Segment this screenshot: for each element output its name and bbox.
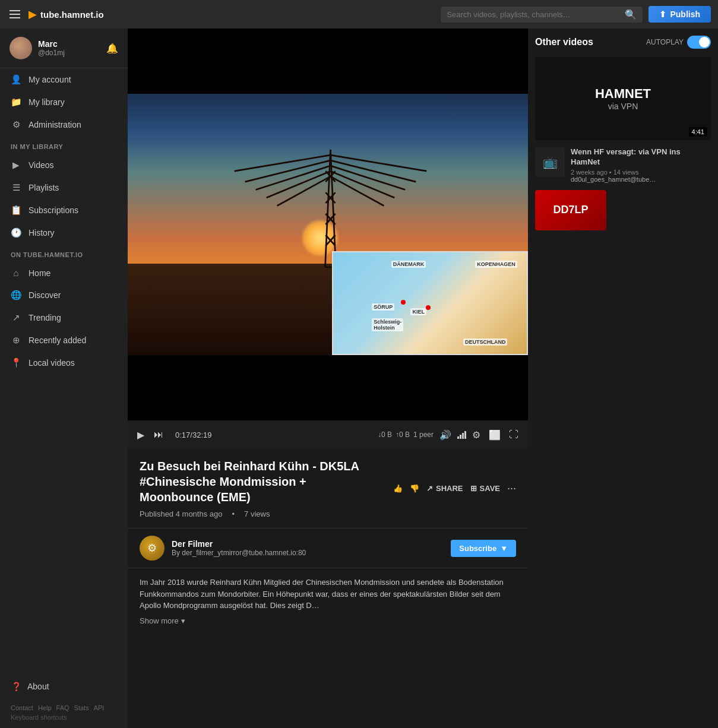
local-videos-icon: 📍 <box>11 357 21 368</box>
avatar[interactable] <box>10 37 32 59</box>
volume-bar-4 <box>464 431 466 439</box>
search-input[interactable] <box>447 10 620 19</box>
sidebar-item-my-library[interactable]: 📁 My library <box>0 91 128 113</box>
thumbs-down-icon: 👎 <box>410 484 419 493</box>
footer-contact[interactable]: Contact <box>11 704 33 711</box>
sidebar-item-my-account[interactable]: 👤 My account <box>0 68 128 91</box>
autoplay-toggle: AUTOPLAY <box>646 36 711 49</box>
footer-help[interactable]: Help <box>38 704 52 711</box>
channel-row: ⚙ Der Filmer By der_filmer_ytmirror@tube… <box>128 528 528 568</box>
settings-icon: ⚙ <box>11 119 21 130</box>
other-videos-panel: Other videos AUTOPLAY HAMNET via VPN 4:4… <box>528 29 718 728</box>
volume-bar-3 <box>462 433 464 439</box>
sidebar-item-trending[interactable]: ↗ Trending <box>0 306 128 329</box>
logo-text: tube.hamnet.io <box>40 10 104 20</box>
svg-line-11 <box>235 155 331 171</box>
show-more-button[interactable]: Show more ▾ <box>140 616 185 625</box>
video-frame[interactable]: DÄNEMARK KOPENHAGEN SÖRUP KIEL Schleswig… <box>128 94 528 355</box>
map-label-kiel: KIEL <box>410 308 426 315</box>
videos-icon: ▶ <box>11 160 21 170</box>
sidebar-item-administration[interactable]: ⚙ Administration <box>0 113 128 136</box>
publish-button[interactable]: ⬆ Publish <box>649 6 711 23</box>
related-video-card[interactable]: 📺 Wenn HF versagt: via VPN ins HamNet 2 … <box>535 147 711 183</box>
subscribe-button[interactable]: Subscribe ▼ <box>451 540 516 557</box>
svg-line-14 <box>330 160 416 182</box>
share-icon: ↗ <box>426 484 433 493</box>
related-video-card-2[interactable]: DD7LP <box>535 190 711 230</box>
history-icon: 🕐 <box>11 227 21 238</box>
sidebar-item-playlists[interactable]: ☰ Playlists <box>0 176 128 199</box>
user-icon: 👤 <box>11 74 21 85</box>
promo-line2: via VPN <box>608 102 638 111</box>
upload-stat: ↑0 B <box>396 431 410 439</box>
hamburger-menu[interactable] <box>7 8 23 21</box>
autoplay-switch[interactable] <box>687 36 711 49</box>
fullscreen-button[interactable]: ⛶ <box>507 427 521 442</box>
search-bar: 🔍 <box>441 7 643 23</box>
save-icon: ⊞ <box>470 484 477 493</box>
video-info-section: Zu Besuch bei Reinhard Kühn - DK5LA #Chi… <box>128 449 528 528</box>
share-button[interactable]: ↗ SHARE <box>426 484 463 493</box>
related-thumb-2-label: DD7LP <box>553 204 588 216</box>
settings-button[interactable]: ⚙ <box>470 427 483 443</box>
video-controls-right: ↓0 B ↑0 B 1 peer 🔊 ⚙ ⬜ ⛶ <box>378 427 521 443</box>
related-thumb: 📺 <box>535 147 565 177</box>
map-image: DÄNEMARK KOPENHAGEN SÖRUP KIEL Schleswig… <box>333 252 527 354</box>
sidebar-item-history[interactable]: 🕐 History <box>0 221 128 244</box>
logo-icon: ▶ <box>29 8 37 21</box>
video-title: Zu Besuch bei Reinhard Kühn - DK5LA #Chi… <box>140 458 381 505</box>
subscribe-dropdown-icon: ▼ <box>500 544 508 553</box>
video-overlay-map: DÄNEMARK KOPENHAGEN SÖRUP KIEL Schleswig… <box>332 251 528 355</box>
save-button[interactable]: ⊞ SAVE <box>470 484 500 493</box>
related-title: Wenn HF versagt: via VPN ins HamNet <box>571 147 711 167</box>
download-stat: ↓0 B <box>378 431 392 439</box>
publish-icon: ⬆ <box>659 10 666 19</box>
left-content: DÄNEMARK KOPENHAGEN SÖRUP KIEL Schleswig… <box>128 29 528 728</box>
thumbs-down-button[interactable]: 👎 <box>410 484 419 493</box>
sidebar-item-local-videos[interactable]: 📍 Local videos <box>0 352 128 374</box>
sidebar-item-discover[interactable]: 🌐 Discover <box>0 284 128 306</box>
sidebar: Marc @do1mj 🔔 👤 My account 📁 My library … <box>0 29 128 728</box>
map-dot-sorup <box>401 300 406 305</box>
other-videos-header: Other videos AUTOPLAY <box>535 36 711 49</box>
user-profile-section: Marc @do1mj 🔔 <box>0 29 128 68</box>
sidebar-item-recently-added[interactable]: ⊕ Recently added <box>0 329 128 352</box>
related-meta: 2 weeks ago • 14 views <box>571 169 711 176</box>
play-button[interactable]: ▶ <box>135 427 147 443</box>
notifications-bell-icon[interactable]: 🔔 <box>106 43 118 54</box>
playlists-icon: ☰ <box>11 182 21 193</box>
search-button[interactable]: 🔍 <box>625 9 637 20</box>
svg-line-13 <box>245 160 331 182</box>
autoplay-label: AUTOPLAY <box>646 38 684 46</box>
channel-handle: By der_filmer_ytmirror@tube.hamnet.io:80 <box>172 549 444 557</box>
promo-inner: HAMNET via VPN <box>535 57 711 140</box>
sidebar-item-about[interactable]: ❓ About <box>0 676 128 697</box>
sidebar-item-videos[interactable]: ▶ Videos <box>0 154 128 176</box>
volume-bar-2 <box>460 435 461 439</box>
footer-api[interactable]: API <box>94 704 105 711</box>
video-views: 7 views <box>244 509 270 518</box>
logo: ▶ tube.hamnet.io <box>29 8 104 21</box>
channel-avatar[interactable]: ⚙ <box>140 536 165 561</box>
discover-icon: 🌐 <box>11 290 21 300</box>
more-options-button[interactable]: ··· <box>507 482 516 495</box>
video-main-info: Zu Besuch bei Reinhard Kühn - DK5LA #Chi… <box>140 458 381 518</box>
video-black-top <box>128 29 528 94</box>
video-player-wrapper: DÄNEMARK KOPENHAGEN SÖRUP KIEL Schleswig… <box>128 29 528 449</box>
user-handle: @do1mj <box>38 49 100 57</box>
mute-button[interactable]: 🔊 <box>437 427 454 443</box>
subscriptions-icon: 📋 <box>11 205 21 216</box>
theatre-mode-button[interactable]: ⬜ <box>486 427 503 443</box>
next-button[interactable]: ⏭ <box>151 427 166 442</box>
chevron-down-icon: ▾ <box>181 616 185 625</box>
sidebar-item-subscriptions[interactable]: 📋 Subscriptions <box>0 199 128 221</box>
promo-card[interactable]: HAMNET via VPN 4:41 <box>535 57 711 140</box>
sidebar-item-home[interactable]: ⌂ Home <box>0 262 128 284</box>
footer-stats[interactable]: Stats <box>74 704 89 711</box>
volume-indicator <box>457 431 466 439</box>
thumbs-up-button[interactable]: 👍 <box>393 484 403 493</box>
map-label-danemark: DÄNEMARK <box>391 261 426 268</box>
footer-faq[interactable]: FAQ <box>56 704 69 711</box>
other-videos-title: Other videos <box>535 37 593 48</box>
keyboard-shortcuts-link[interactable]: Keyboard shortcuts <box>11 711 117 721</box>
